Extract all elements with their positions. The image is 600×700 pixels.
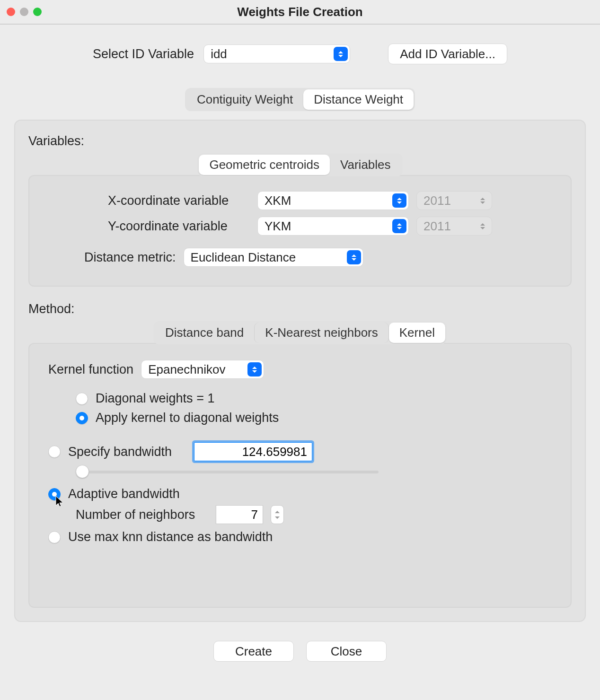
chevron-up-down-icon (392, 193, 406, 208)
specify-bandwidth-label: Specify bandwidth (68, 445, 186, 459)
neighbors-count-label: Number of neighbors (76, 508, 208, 522)
select-id-label: Select ID Variable (93, 47, 194, 61)
x-year-select: 2011 (416, 191, 492, 210)
radio-diagonal-one[interactable] (76, 393, 88, 405)
window-title: Weights File Creation (0, 5, 600, 19)
chevron-up-down-icon (334, 47, 348, 61)
radio-max-knn-bandwidth[interactable] (48, 531, 61, 543)
variables-source-tabs: Geometric centroids Variables (197, 153, 402, 176)
close-button[interactable]: Close (306, 641, 387, 662)
tab-knn[interactable]: K-Nearest neighbors (254, 323, 388, 343)
titlebar: Weights File Creation (0, 0, 600, 25)
method-tabs: Distance band K-Nearest neighbors Kernel (153, 321, 447, 344)
id-variable-select[interactable]: idd (203, 44, 350, 63)
y-coord-select[interactable]: YKM (257, 217, 409, 236)
x-coord-select[interactable]: XKM (257, 191, 409, 210)
apply-kernel-diagonal-label: Apply kernel to diagonal weights (96, 411, 279, 425)
adaptive-bandwidth-label: Adaptive bandwidth (68, 487, 180, 501)
chevron-up-down-icon (476, 219, 490, 233)
create-button[interactable]: Create (213, 641, 294, 662)
tab-distance-weight[interactable]: Distance Weight (303, 89, 414, 110)
chevron-up-icon (275, 511, 280, 513)
radio-specify-bandwidth[interactable] (48, 446, 61, 458)
chevron-up-down-icon (392, 219, 406, 233)
method-heading: Method: (28, 302, 572, 316)
neighbors-input[interactable] (216, 505, 263, 524)
chevron-up-down-icon (347, 250, 361, 264)
chevron-up-down-icon (476, 193, 490, 208)
tab-kernel[interactable]: Kernel (389, 323, 445, 343)
kernel-function-label: Kernel function (48, 362, 133, 377)
diagonal-one-label: Diagonal weights = 1 (96, 391, 214, 406)
max-knn-label: Use max knn distance as bandwidth (68, 530, 273, 544)
add-id-variable-button[interactable]: Add ID Variable... (388, 44, 507, 64)
tab-distance-band[interactable]: Distance band (155, 323, 254, 343)
radio-apply-kernel-diagonal[interactable] (76, 412, 88, 424)
bandwidth-input[interactable] (194, 442, 312, 461)
tab-geometric-centroids[interactable]: Geometric centroids (199, 155, 330, 175)
distance-metric-label: Distance metric: (84, 250, 176, 265)
weight-type-tabs: Contiguity Weight Distance Weight (185, 88, 415, 111)
x-coord-label: X-coordinate variable (108, 193, 250, 208)
method-subpanel: Kernel function Epanechnikov Diagonal we… (28, 343, 572, 608)
chevron-up-down-icon (247, 362, 262, 376)
kernel-function-select[interactable]: Epanechnikov (141, 360, 264, 379)
y-coord-label: Y-coordinate variable (108, 219, 250, 234)
distance-metric-select[interactable]: Euclidean Distance (184, 248, 363, 267)
y-year-select: 2011 (416, 217, 492, 236)
variables-heading: Variables: (28, 134, 572, 149)
variables-subpanel: X-coordinate variable XKM 2011 Y-coordin… (28, 175, 572, 287)
tab-contiguity-weight[interactable]: Contiguity Weight (186, 89, 303, 110)
chevron-down-icon (275, 516, 280, 519)
id-variable-value: idd (211, 47, 227, 61)
bandwidth-slider[interactable] (76, 465, 379, 478)
slider-thumb[interactable] (76, 465, 89, 478)
tab-variables[interactable]: Variables (330, 155, 401, 175)
neighbors-stepper[interactable] (271, 505, 284, 524)
cursor-icon (55, 495, 64, 508)
distance-weight-panel: Variables: Geometric centroids Variables… (14, 120, 586, 622)
